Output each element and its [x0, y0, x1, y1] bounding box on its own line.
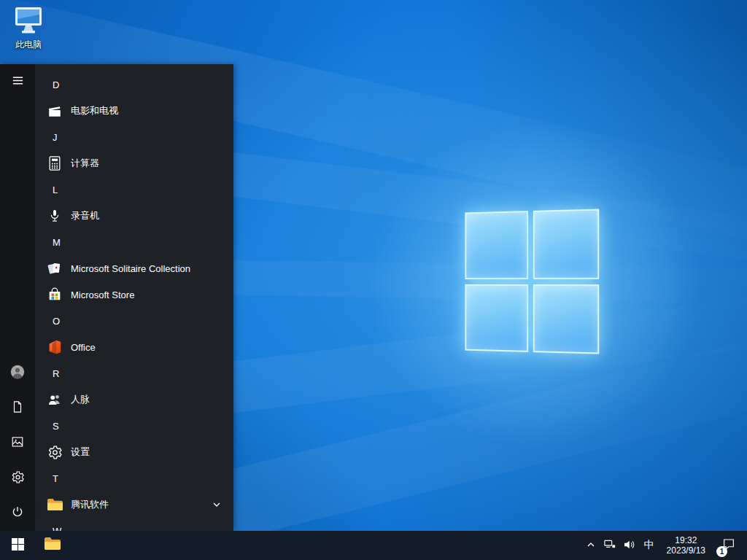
- gear-icon: [45, 443, 64, 462]
- app-microsoft-solitaire[interactable]: Microsoft Solitaire Collection: [35, 255, 233, 281]
- app-calculator[interactable]: 计算器: [35, 150, 233, 176]
- app-label: 计算器: [71, 157, 223, 170]
- windows-logo-pane: [465, 211, 527, 279]
- clock-time: 19:32: [675, 535, 697, 545]
- store-bag-icon: [45, 285, 64, 304]
- app-label: 设置: [71, 446, 223, 459]
- app-label: 录音机: [71, 209, 223, 222]
- action-center-button[interactable]: 1: [712, 531, 746, 560]
- app-microsoft-store[interactable]: Microsoft Store: [35, 281, 233, 308]
- app-label: Microsoft Solitaire Collection: [71, 263, 223, 274]
- app-folder-tencent[interactable]: 腾讯软件: [35, 491, 233, 518]
- notification-badge: 1: [716, 546, 727, 557]
- solitaire-cards-icon: [45, 259, 64, 278]
- section-letter-w[interactable]: W: [35, 518, 233, 531]
- app-office[interactable]: Office: [35, 334, 233, 360]
- desktop-icon-label: 此电脑: [15, 39, 42, 51]
- clock-date: 2023/9/13: [667, 545, 705, 556]
- rail-settings-button[interactable]: [0, 461, 35, 496]
- section-letter-o[interactable]: O: [35, 308, 233, 334]
- chevron-up-icon: [586, 540, 596, 552]
- chevron-down-icon[interactable]: [210, 500, 223, 509]
- windows-logo-pane: [465, 284, 527, 351]
- network-button[interactable]: [600, 531, 619, 560]
- hamburger-icon: [12, 74, 24, 90]
- app-label: 人脉: [71, 393, 223, 406]
- folder-icon: [44, 537, 61, 554]
- app-label: Microsoft Store: [71, 289, 223, 300]
- gear-icon: [11, 470, 25, 487]
- start-button[interactable]: [0, 531, 35, 560]
- section-letter-d[interactable]: D: [35, 71, 233, 98]
- app-settings[interactable]: 设置: [35, 439, 233, 465]
- power-button[interactable]: [0, 496, 35, 531]
- app-label: 电影和电视: [71, 104, 223, 117]
- desktop-icon-this-pc[interactable]: 此电脑: [4, 6, 53, 51]
- section-letter-s[interactable]: S: [35, 413, 233, 439]
- documents-button[interactable]: [0, 391, 35, 426]
- taskbar: 中 19:32 2023/9/13 1: [0, 531, 747, 560]
- network-icon: [603, 538, 616, 553]
- windows-logo-icon: [12, 538, 24, 553]
- power-icon: [11, 505, 24, 521]
- pictures-icon: [11, 435, 24, 451]
- pictures-button[interactable]: [0, 426, 35, 461]
- computer-icon: [12, 6, 44, 38]
- app-voice-recorder[interactable]: 录音机: [35, 203, 233, 229]
- volume-icon: [622, 538, 635, 553]
- file-explorer-button[interactable]: [35, 531, 70, 560]
- app-label: Office: [71, 342, 223, 353]
- movies-tv-icon: [45, 101, 64, 120]
- account-icon: [9, 364, 26, 383]
- folder-icon: [45, 495, 64, 514]
- section-letter-m[interactable]: M: [35, 229, 233, 255]
- rail-spacer: [0, 99, 35, 356]
- volume-button[interactable]: [619, 531, 638, 560]
- voice-recorder-icon: [45, 206, 64, 225]
- show-hidden-icons-button[interactable]: [581, 531, 600, 560]
- system-tray: 中 19:32 2023/9/13 1: [581, 531, 747, 560]
- people-icon: [45, 390, 64, 409]
- expand-menu-button[interactable]: [0, 64, 35, 99]
- start-menu: D 电影和电视 J: [0, 64, 233, 531]
- start-menu-app-list: D 电影和电视 J: [35, 64, 233, 531]
- office-icon: [45, 338, 64, 357]
- windows-logo-pane: [533, 209, 599, 279]
- app-people[interactable]: 人脉: [35, 386, 233, 413]
- account-button[interactable]: [0, 356, 35, 391]
- start-menu-rail: [0, 64, 35, 531]
- document-icon: [11, 400, 24, 416]
- windows-logo-pane: [533, 284, 599, 354]
- windows-logo: [465, 209, 599, 354]
- section-letter-t[interactable]: T: [35, 465, 233, 491]
- desktop-screen: 此电脑: [0, 0, 747, 560]
- section-letter-r[interactable]: R: [35, 360, 233, 386]
- section-letter-l[interactable]: L: [35, 176, 233, 203]
- ime-indicator[interactable]: 中: [638, 531, 660, 560]
- app-label: 腾讯软件: [71, 498, 210, 511]
- app-movies-and-tv[interactable]: 电影和电视: [35, 98, 233, 124]
- section-letter-j[interactable]: J: [35, 124, 233, 150]
- calculator-icon: [45, 154, 64, 173]
- taskbar-clock[interactable]: 19:32 2023/9/13: [660, 531, 712, 560]
